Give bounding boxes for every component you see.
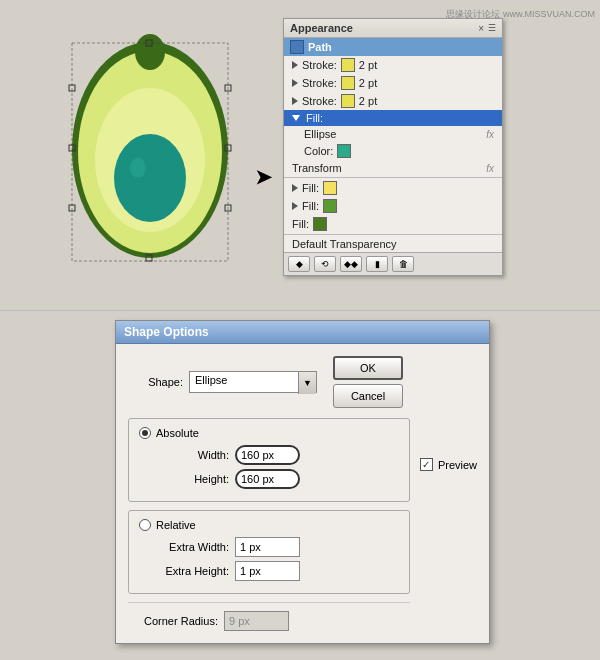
arrow-indicator: ➤ [255,165,272,189]
stroke-label-2: Stroke: [302,77,337,89]
extra-height-input[interactable] [235,561,300,581]
cancel-button[interactable]: Cancel [333,384,403,408]
width-input-wrapper [235,445,300,465]
corner-radius-input [224,611,289,631]
height-input[interactable] [235,469,300,489]
ellipse-label: Ellipse [304,128,336,140]
color-swatch[interactable] [337,144,351,158]
shape-select-row: Shape: Ellipse ▼ OK Cancel [128,356,477,408]
fill-label-2: Fill: [302,200,319,212]
transparency-label: Default Transparency [292,238,397,250]
transform-label: Transform [292,162,342,174]
panel-title-bar: Appearance × ☰ [284,19,502,38]
corner-radius-row: Corner Radius: [128,602,410,631]
ellipse-row[interactable]: Ellipse fx [284,126,502,142]
section-divider [0,310,600,311]
fill-triangle-2 [292,202,298,210]
relative-group: Relative Extra Width: Extra Height: [128,510,410,594]
triangle-icon-1 [292,61,298,69]
height-label: Height: [139,473,229,485]
footer-btn-2[interactable]: ⟲ [314,256,336,272]
options-and-preview: Absolute Width: Height: [128,418,477,631]
triangle-icon-2 [292,79,298,87]
relative-label: Relative [156,519,196,531]
footer-btn-5[interactable]: 🗑 [392,256,414,272]
height-field-row: Height: [139,469,399,489]
width-field-row: Width: [139,445,399,465]
stroke-value-1: 2 pt [359,59,377,71]
panel-close-button[interactable]: × [478,23,484,34]
ellipse-fx[interactable]: fx [486,129,494,140]
absolute-radio-row[interactable]: Absolute [139,427,399,439]
stroke-value-2: 2 pt [359,77,377,89]
stroke-label-1: Stroke: [302,59,337,71]
transparency-row: Default Transparency [284,236,502,252]
stroke-row-1[interactable]: Stroke: 2 pt [284,56,502,74]
dialog-title-bar: Shape Options [116,321,489,344]
fill-swatch-3[interactable] [313,217,327,231]
height-input-wrapper [235,469,300,489]
stroke-swatch-2[interactable] [341,76,355,90]
extra-width-label: Extra Width: [139,541,229,553]
footer-btn-1[interactable]: ◆ [288,256,310,272]
relative-radio[interactable] [139,519,151,531]
avocado-illustration [55,30,245,270]
stroke-row-3[interactable]: Stroke: 2 pt [284,92,502,110]
fill-swatch-2[interactable] [323,199,337,213]
dialog-body: Shape: Ellipse ▼ OK Cancel Absolut [116,344,489,643]
fill-open-triangle [292,115,300,121]
svg-point-3 [114,134,186,222]
stroke-label-3: Stroke: [302,95,337,107]
extra-height-row: Extra Height: [139,561,399,581]
relative-radio-row[interactable]: Relative [139,519,399,531]
shape-dropdown[interactable]: Ellipse ▼ [189,371,317,393]
stroke-swatch-1[interactable] [341,58,355,72]
canvas-area: 思缘设计论坛 www.MISSVUAN.COM [0,0,600,310]
shape-field-label: Shape: [128,376,183,388]
appearance-panel: Appearance × ☰ Path Stroke: 2 pt Stroke:… [283,18,503,276]
extra-height-label: Extra Height: [139,565,229,577]
preview-label: Preview [438,459,477,471]
dialog-title: Shape Options [124,325,209,339]
fill-triangle-1 [292,184,298,192]
fill-row-1[interactable]: Fill: [284,179,502,197]
stroke-swatch-3[interactable] [341,94,355,108]
ok-button[interactable]: OK [333,356,403,380]
footer-btn-3[interactable]: ◆◆ [340,256,362,272]
shape-dropdown-value: Ellipse [190,372,298,392]
transform-fx[interactable]: fx [486,163,494,174]
fill-label-3: Fill: [292,218,309,230]
triangle-icon-3 [292,97,298,105]
path-icon [290,40,304,54]
preview-section: Preview [420,418,477,631]
shape-options-dialog: Shape Options Shape: Ellipse ▼ OK Cancel [115,320,490,644]
panel-path-header: Path [284,38,502,56]
color-row[interactable]: Color: [284,142,502,160]
dropdown-arrow-icon[interactable]: ▼ [298,372,316,394]
extra-width-input[interactable] [235,537,300,557]
absolute-radio[interactable] [139,427,151,439]
stroke-value-3: 2 pt [359,95,377,107]
footer-btn-4[interactable]: ▮ [366,256,388,272]
preview-checkbox[interactable] [420,458,433,471]
width-label: Width: [139,449,229,461]
path-label: Path [308,41,332,53]
preview-row[interactable]: Preview [420,458,477,471]
fill-row-3[interactable]: Fill: [284,215,502,233]
width-input[interactable] [235,445,300,465]
chevron-down-icon: ▼ [303,378,312,388]
panel-menu-button[interactable]: ☰ [488,23,496,33]
fill-swatch-1[interactable] [323,181,337,195]
fill-row-2[interactable]: Fill: [284,197,502,215]
stroke-row-2[interactable]: Stroke: 2 pt [284,74,502,92]
absolute-group: Absolute Width: Height: [128,418,410,502]
fill-selected-row[interactable]: Fill: [284,110,502,126]
transform-row[interactable]: Transform fx [284,160,502,176]
fill-selected-label: Fill: [306,112,323,124]
svg-point-5 [135,34,165,70]
color-label: Color: [304,145,333,157]
fill-label-1: Fill: [302,182,319,194]
extra-width-row: Extra Width: [139,537,399,557]
absolute-label: Absolute [156,427,199,439]
dialog-buttons: OK Cancel [333,356,403,408]
